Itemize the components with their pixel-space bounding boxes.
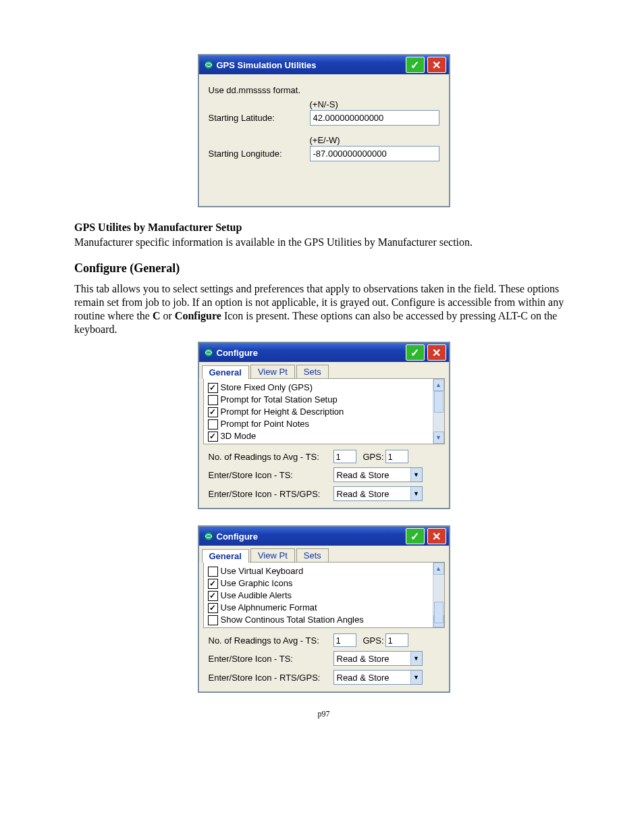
sec1-title: GPS Utilites by Manufacturer Setup bbox=[74, 221, 242, 233]
tabstrip: General View Pt Sets bbox=[199, 362, 449, 378]
scroll-up-icon[interactable]: ▲ bbox=[433, 379, 444, 391]
checkbox[interactable] bbox=[208, 383, 218, 393]
page-number: p97 bbox=[74, 709, 573, 719]
checkbox-row[interactable]: Use Audible Alerts bbox=[208, 590, 431, 602]
scrollbar[interactable]: ▲ ▼ bbox=[433, 563, 444, 627]
checkbox-row[interactable]: Store Fixed Only (GPS) bbox=[208, 382, 431, 394]
checkbox-label: Prompt for Total Station Setup bbox=[221, 394, 338, 406]
checkbox-row[interactable]: Show Continous Total Station Angles bbox=[208, 614, 431, 626]
close-button[interactable]: ✕ bbox=[427, 57, 446, 73]
lat-input[interactable] bbox=[310, 110, 439, 126]
readings-gps-label: GPS: bbox=[363, 452, 384, 462]
format-hint: Use dd.mmssss format. bbox=[209, 85, 310, 95]
checkbox-label: Use Audible Alerts bbox=[221, 590, 292, 602]
chevron-down-icon[interactable]: ▼ bbox=[410, 468, 422, 481]
svg-point-1 bbox=[205, 348, 213, 357]
tab-sets[interactable]: Sets bbox=[296, 548, 329, 562]
checkbox-row[interactable]: Use Graphic Icons bbox=[208, 577, 431, 590]
ok-button[interactable]: ✓ bbox=[406, 344, 425, 361]
checkbox-label: 3D Mode bbox=[221, 430, 257, 442]
checkbox-label: Prompt for Height & Description bbox=[221, 406, 344, 418]
enterstore-ts-label: Enter/Store Icon - TS: bbox=[209, 470, 333, 480]
checkbox-label: Use Graphic Icons bbox=[221, 577, 293, 590]
checkbox-label: Show Continous Total Station Angles bbox=[221, 614, 364, 626]
enterstore-ts-select[interactable]: Read & Store ▼ bbox=[333, 651, 423, 666]
gps-sim-window: GPS Simulation Utilities ✓ ✕ Use dd.mmss… bbox=[198, 54, 450, 207]
ok-button[interactable]: ✓ bbox=[406, 528, 425, 544]
titlebar[interactable]: Configure ✓ ✕ bbox=[199, 527, 449, 546]
ok-button[interactable]: ✓ bbox=[406, 57, 425, 73]
window-title: Configure bbox=[217, 531, 258, 542]
tabstrip: General View Pt Sets bbox=[199, 546, 449, 562]
lat-hint: (+N/-S) bbox=[310, 99, 439, 109]
svg-point-2 bbox=[205, 532, 213, 540]
options-panel: Use Virtual KeyboardUse Graphic IconsUse… bbox=[203, 562, 445, 628]
sec1-body: Manufacturer specific information is ava… bbox=[74, 236, 573, 249]
lon-hint: (+E/-W) bbox=[310, 135, 439, 145]
checkbox[interactable] bbox=[208, 407, 218, 417]
checkbox-row[interactable]: Use Alphnumeric Format bbox=[208, 602, 431, 614]
lon-label: Starting Longitude: bbox=[209, 149, 310, 159]
checkbox[interactable] bbox=[208, 615, 218, 625]
checkbox-row[interactable]: Use Virtual Keyboard bbox=[208, 565, 431, 577]
checkbox[interactable] bbox=[208, 419, 218, 429]
window-title: GPS Simulation Utilities bbox=[217, 60, 317, 70]
checkbox-row[interactable]: Prompt for Total Station Setup bbox=[208, 394, 431, 406]
chevron-down-icon[interactable]: ▼ bbox=[410, 487, 422, 500]
configure-window-a: Configure ✓ ✕ General View Pt Sets Store… bbox=[198, 342, 450, 509]
tab-general[interactable]: General bbox=[202, 549, 249, 563]
sec2-title: Configure (General) bbox=[74, 261, 573, 276]
enterstore-ts-select[interactable]: Read & Store ▼ bbox=[333, 467, 423, 482]
readings-label: No. of Readings to Avg - TS: bbox=[209, 452, 333, 462]
enterstore-rts-label: Enter/Store Icon - RTS/GPS: bbox=[209, 489, 333, 499]
tab-viewpt[interactable]: View Pt bbox=[250, 548, 295, 562]
options-panel: Store Fixed Only (GPS)Prompt for Total S… bbox=[203, 378, 445, 444]
checkbox-row[interactable]: Prompt for Height & Description bbox=[208, 406, 431, 418]
checkbox[interactable] bbox=[208, 591, 218, 601]
chevron-down-icon[interactable]: ▼ bbox=[410, 671, 422, 684]
checkbox[interactable] bbox=[208, 432, 218, 442]
app-icon bbox=[203, 531, 214, 542]
tab-general[interactable]: General bbox=[202, 365, 249, 379]
configure-window-b: Configure ✓ ✕ General View Pt Sets Use V… bbox=[198, 525, 450, 693]
readings-gps-label: GPS: bbox=[363, 635, 384, 646]
lon-input[interactable] bbox=[310, 146, 439, 161]
readings-label: No. of Readings to Avg - TS: bbox=[209, 635, 333, 646]
enterstore-ts-label: Enter/Store Icon - TS: bbox=[209, 654, 333, 664]
checkbox-label: Store Fixed Only (GPS) bbox=[221, 382, 313, 394]
app-icon bbox=[203, 347, 214, 358]
checkbox[interactable] bbox=[208, 579, 218, 589]
checkbox[interactable] bbox=[208, 603, 218, 613]
tab-viewpt[interactable]: View Pt bbox=[250, 365, 295, 378]
checkbox-label: Use Virtual Keyboard bbox=[221, 565, 304, 577]
scroll-down-icon[interactable]: ▼ bbox=[433, 432, 444, 444]
close-button[interactable]: ✕ bbox=[427, 344, 446, 361]
checkbox[interactable] bbox=[208, 567, 218, 577]
checkbox-row[interactable]: 3D Mode bbox=[208, 430, 431, 442]
svg-point-0 bbox=[205, 61, 213, 69]
sec2-body: This tab allows you to select settings a… bbox=[74, 282, 573, 336]
app-icon bbox=[203, 59, 214, 70]
readings-gps-input[interactable] bbox=[385, 450, 408, 463]
checkbox[interactable] bbox=[208, 395, 218, 405]
enterstore-rts-select[interactable]: Read & Store ▼ bbox=[333, 486, 423, 501]
checkbox-label: Prompt for Point Notes bbox=[221, 418, 310, 430]
scroll-up-icon[interactable]: ▲ bbox=[433, 563, 444, 575]
tab-sets[interactable]: Sets bbox=[296, 365, 329, 378]
readings-gps-input[interactable] bbox=[385, 633, 408, 647]
enterstore-rts-label: Enter/Store Icon - RTS/GPS: bbox=[209, 673, 333, 683]
close-button[interactable]: ✕ bbox=[427, 528, 446, 544]
window-title: Configure bbox=[217, 348, 258, 358]
enterstore-rts-select[interactable]: Read & Store ▼ bbox=[333, 670, 423, 685]
chevron-down-icon[interactable]: ▼ bbox=[410, 652, 422, 665]
checkbox-label: Use Alphnumeric Format bbox=[221, 602, 317, 614]
titlebar[interactable]: Configure ✓ ✕ bbox=[199, 343, 449, 362]
lat-label: Starting Latitude: bbox=[209, 113, 310, 123]
titlebar[interactable]: GPS Simulation Utilities ✓ ✕ bbox=[199, 55, 449, 74]
readings-ts-input[interactable] bbox=[333, 450, 356, 463]
checkbox-row[interactable]: Prompt for Point Notes bbox=[208, 418, 431, 430]
readings-ts-input[interactable] bbox=[333, 633, 356, 647]
scrollbar[interactable]: ▲ ▼ bbox=[433, 379, 444, 444]
